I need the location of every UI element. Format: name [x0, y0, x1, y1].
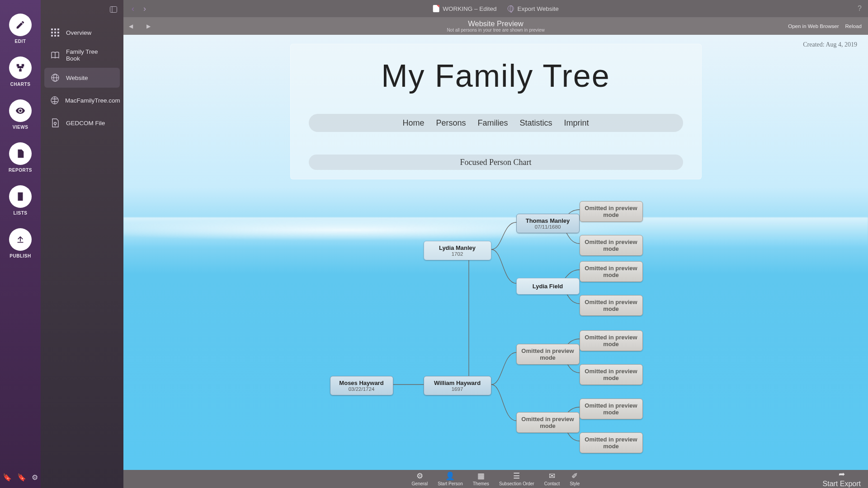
rail-bottom-icons: 🔖 🔖 ⚙: [0, 473, 41, 482]
preview-back-icon[interactable]: ◀: [129, 23, 133, 29]
globe-icon: [51, 73, 60, 82]
preview-title: Website Preview: [447, 19, 544, 28]
bottom-subsection-order[interactable]: ☰ Subsection Order: [499, 472, 534, 486]
pencil-icon: [15, 20, 25, 30]
style-icon: ✐: [571, 472, 578, 480]
book-icon: [51, 51, 60, 60]
sidebar-item-website[interactable]: Website: [44, 68, 120, 88]
preview-forward-icon[interactable]: ▶: [146, 23, 151, 29]
sidebar-item-gedcom[interactable]: GEDCOM File: [44, 113, 120, 133]
node-omitted[interactable]: Omitted in preview mode: [580, 201, 643, 222]
nav-persons[interactable]: Persons: [436, 118, 466, 128]
export-website-button[interactable]: Export Website: [508, 5, 559, 12]
tree-icon: [15, 63, 25, 73]
nav-forward-icon[interactable]: ›: [139, 4, 151, 14]
svg-rect-7: [57, 32, 59, 33]
bottom-style[interactable]: ✐ Style: [570, 472, 580, 486]
nav-home[interactable]: Home: [402, 118, 424, 128]
svg-rect-8: [51, 35, 53, 37]
node-omitted[interactable]: Omitted in preview mode: [580, 261, 643, 282]
reload-link[interactable]: Reload: [845, 23, 862, 29]
created-label: Created: Aug 4, 2019: [803, 41, 857, 48]
nav-statistics[interactable]: Statistics: [520, 118, 552, 128]
sidebar-label: GEDCOM File: [66, 120, 105, 127]
preview-note: Not all persons in your tree are shown i…: [447, 28, 544, 33]
node-moses[interactable]: Moses Hayward 03/22/1724: [330, 376, 393, 395]
eye-icon: [15, 106, 25, 116]
mail-icon: ✉: [549, 472, 555, 480]
node-omitted-gp2[interactable]: Omitted in preview mode: [516, 412, 580, 433]
node-lydia-field[interactable]: Lydia Field: [516, 278, 580, 295]
node-omitted[interactable]: Omitted in preview mode: [580, 295, 643, 316]
sidebar-item-mft[interactable]: MacFamilyTree.com: [44, 90, 120, 110]
connector-lines: [290, 188, 702, 470]
globe-alt-icon: [51, 96, 59, 105]
bottom-start-person[interactable]: 👤 Start Person: [438, 472, 463, 486]
svg-rect-10: [57, 35, 59, 37]
svg-rect-9: [54, 35, 56, 37]
node-omitted[interactable]: Omitted in preview mode: [580, 235, 643, 256]
rail-lists[interactable]: LISTS: [9, 185, 32, 216]
sidebar-label: Family Tree Book: [66, 48, 113, 62]
node-william[interactable]: William Hayward 1697: [424, 376, 491, 395]
redfile-icon: [433, 5, 439, 12]
settings-icon[interactable]: ⚙: [32, 473, 38, 482]
svg-point-15: [54, 122, 57, 125]
section-chart-title: Focused Person Chart: [309, 155, 683, 170]
sidebar-toggle-icon[interactable]: [110, 6, 117, 14]
sidebar-label: Website: [66, 75, 88, 81]
bookmark-icon[interactable]: 🔖: [17, 473, 26, 482]
node-omitted[interactable]: Omitted in preview mode: [580, 364, 643, 385]
nav-families[interactable]: Families: [478, 118, 508, 128]
gear-icon: ⚙: [416, 472, 423, 480]
order-icon: ☰: [513, 472, 520, 480]
rail-publish[interactable]: PUBLISH: [9, 228, 32, 258]
svg-rect-4: [57, 28, 59, 30]
rail-reports[interactable]: REPORTS: [9, 142, 32, 173]
site-title: My Family Tree: [309, 58, 683, 94]
bottom-contact[interactable]: ✉ Contact: [544, 472, 560, 486]
list-icon: [15, 192, 25, 202]
sidebar-item-book[interactable]: Family Tree Book: [44, 45, 120, 65]
rail-views[interactable]: VIEWS: [9, 99, 32, 130]
bottom-toolbar: ⚙ General 👤 Start Person ▦ Themes ☰ Subs…: [123, 470, 868, 488]
start-export-button[interactable]: ➦ Start Export: [823, 470, 861, 488]
node-omitted-gp1[interactable]: Omitted in preview mode: [516, 344, 580, 365]
node-omitted[interactable]: Omitted in preview mode: [580, 399, 643, 419]
preview-bar: ◀ ▶ Website Preview Not all persons in y…: [123, 17, 868, 35]
file-icon: [51, 118, 60, 127]
globe-small-icon: [508, 5, 514, 12]
node-omitted[interactable]: Omitted in preview mode: [580, 432, 643, 453]
rail-edit[interactable]: EDIT: [9, 14, 32, 44]
node-thomas[interactable]: Thomas Manley 07/11/1680: [516, 214, 580, 233]
focused-person-chart: Moses Hayward 03/22/1724 Lydia Manley 17…: [290, 188, 702, 470]
sidebar-label: Overview: [66, 29, 91, 36]
topbar: ‹ › WORKING – Edited Export Website ?: [123, 0, 868, 17]
svg-rect-5: [51, 32, 53, 33]
site-card: My Family Tree Home Persons Families Sta…: [290, 44, 702, 179]
bottom-themes[interactable]: ▦ Themes: [473, 472, 489, 486]
svg-rect-3: [54, 28, 56, 30]
svg-rect-6: [54, 32, 56, 33]
node-omitted[interactable]: Omitted in preview mode: [580, 330, 643, 351]
sidebar-item-overview[interactable]: Overview: [44, 23, 120, 42]
rail-charts[interactable]: CHARTS: [9, 56, 32, 87]
svg-rect-0: [110, 7, 117, 13]
sidebar-label: MacFamilyTree.com: [65, 97, 120, 104]
nav-imprint[interactable]: Imprint: [564, 118, 589, 128]
person-icon: 👤: [445, 472, 455, 480]
help-icon[interactable]: ?: [858, 5, 862, 13]
themes-icon: ▦: [477, 472, 485, 480]
node-lydia-manley[interactable]: Lydia Manley 1702: [424, 241, 491, 260]
icon-rail: EDIT CHARTS VIEWS REPORTS LISTS PUBLISH …: [0, 0, 41, 488]
bottom-general[interactable]: ⚙ General: [412, 472, 428, 486]
nav-back-icon[interactable]: ‹: [127, 4, 139, 14]
tag-icon[interactable]: 🔖: [3, 473, 12, 482]
grid-icon: [51, 28, 60, 37]
upload-icon: [15, 235, 25, 244]
share-icon: ➦: [839, 470, 845, 479]
document-icon: [15, 149, 25, 159]
open-browser-link[interactable]: Open in Web Browser: [788, 23, 839, 29]
document-title[interactable]: WORKING – Edited: [433, 5, 496, 12]
website-preview: Created: Aug 4, 2019 My Family Tree Home…: [123, 35, 868, 470]
